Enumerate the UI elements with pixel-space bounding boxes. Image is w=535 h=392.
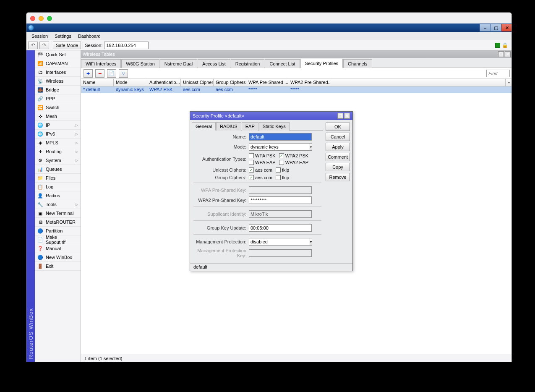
mode-select[interactable] [249,143,310,151]
minimize-dot[interactable] [39,16,44,21]
menu-dashboard[interactable]: Dashboard [75,33,104,39]
checkbox-label: tkip [282,167,289,172]
redo-button[interactable]: ↷ [39,42,49,49]
checkbox-aes-ccm[interactable]: ✓aes ccm [249,167,272,172]
zoom-dot[interactable] [47,16,52,21]
dialog-tab-static-keys[interactable]: Static Keys [259,122,290,131]
tab-channels[interactable]: Channels [343,59,372,68]
copy-button[interactable]: Copy [326,163,350,171]
checkbox-tkip[interactable]: tkip [276,167,289,172]
nav-icon: 👤 [37,193,43,199]
subwindow-restore-icon[interactable]: ❐ [498,51,504,57]
checkbox-icon [249,153,254,158]
sidebar-item-capsman[interactable]: 📶CAPsMAN [35,59,81,68]
sidebar-item-make-supout.rif[interactable]: 📄Make Supout.rif [35,235,81,244]
sidebar-item-ppp[interactable]: 🔗PPP [35,94,81,103]
tab-nstreme-dual[interactable]: Nstreme Dual [160,59,197,68]
sidebar-item-ip[interactable]: 🌐IP▷ [35,121,81,130]
subwindow-close-icon[interactable]: ✕ [505,51,511,57]
dialog-tab-radius[interactable]: RADIUS [216,122,241,131]
sidebar-item-interfaces[interactable]: 🗂Interfaces [35,68,81,77]
remove-button[interactable]: Remove [326,173,350,181]
menu-session[interactable]: Session [28,33,51,39]
tab-connect-list[interactable]: Connect List [265,59,300,68]
sidebar-item-partition[interactable]: 🔵Partition [35,227,81,235]
checkbox-aes-ccm[interactable]: ✓aes ccm [249,175,272,180]
sidebar-item-exit[interactable]: 🚪Exit [35,262,81,271]
name-input[interactable] [249,133,312,141]
checkbox-tkip[interactable]: tkip [276,175,289,180]
checkbox-wpa2-psk[interactable]: ✓WPA2 PSK [279,153,308,158]
session-input[interactable] [104,42,149,49]
sidebar-item-files[interactable]: 📁Files [35,174,81,183]
minimize-button[interactable]: – [480,24,491,31]
tab-access-list[interactable]: Access List [198,59,230,68]
remove-button[interactable]: − [95,69,104,78]
sidebar-item-new-winbox[interactable]: 🔵New WinBox [35,253,81,262]
checkbox-wpa-eap[interactable]: WPA EAP [249,160,276,165]
sidebar-item-mesh[interactable]: ⊹Mesh [35,112,81,121]
group-key-update-input[interactable] [249,224,312,232]
dialog-tab-general[interactable]: General [192,122,216,131]
menu-settings[interactable]: Settings [51,33,75,39]
comment-button[interactable]: Comment [326,153,350,161]
checkbox-wpa-psk[interactable]: WPA PSK [249,153,276,158]
sidebar-item-log[interactable]: 📋Log [35,183,81,191]
column-header[interactable]: Group Ciphers [214,79,246,86]
toolbar-separator [83,42,83,49]
column-header[interactable]: Authenticatio... [147,79,181,86]
sidebar-item-switch[interactable]: 🔀Switch [35,103,81,112]
tab-w60g-station[interactable]: W60G Station [121,59,159,68]
dialog-body: GeneralRADIUSEAPStatic Keys Name: Mode: … [190,120,352,263]
sidebar-item-system[interactable]: ⚙System▷ [35,156,81,165]
dialog-close-icon[interactable]: ✕ [344,113,350,119]
nav-icon: 🌐 [37,122,43,128]
tab-security-profiles[interactable]: Security Profiles [300,59,343,68]
grid-cell: WPA2 PSK [147,86,181,93]
sidebar-item-metarouter[interactable]: 🖥MetaROUTER [35,218,81,227]
cancel-button[interactable]: Cancel [326,133,350,141]
separator [193,183,321,183]
dialog-title-bar[interactable]: Security Profile <default> ❐ ✕ [190,112,352,120]
ok-button[interactable]: OK [326,123,350,131]
dropdown-icon[interactable]: ▾ [310,238,312,246]
sidebar-item-radius[interactable]: 👤Radius [35,191,81,200]
close-dot[interactable] [30,16,35,21]
sidebar-item-ipv6[interactable]: 🌐IPv6▷ [35,130,81,139]
sidebar-item-mpls[interactable]: ◈MPLS▷ [35,139,81,147]
sidebar-item-quick-set[interactable]: 🏁Quick Set [35,50,81,59]
sidebar-item-new-terminal[interactable]: ▣New Terminal [35,209,81,218]
add-button[interactable]: + [84,69,93,78]
grid-row-selected[interactable]: * defaultdynamic keysWPA2 PSKaes ccmaes … [81,86,512,93]
column-menu-icon[interactable]: ▾ [505,79,512,86]
apply-button[interactable]: Apply [326,143,350,151]
sidebar-item-routing[interactable]: ✈Routing▷ [35,147,81,156]
dialog-restore-icon[interactable]: ❐ [337,113,343,119]
checkbox-wpa2-eap[interactable]: WPA2 EAP [279,160,308,165]
tab-registration[interactable]: Registration [231,59,265,68]
safe-mode-button[interactable]: Safe Mode [53,42,81,49]
column-header[interactable]: Mode [114,79,147,86]
column-header[interactable]: WPA2 Pre-Shared... [288,79,330,86]
column-header[interactable]: Unicast Ciphers [181,79,214,86]
sidebar-item-manual[interactable]: ❓Manual [35,244,81,253]
sidebar-item-queues[interactable]: 📊Queues [35,165,81,174]
filter-button[interactable]: ▽ [119,69,128,78]
sidebar-item-tools[interactable]: 🔧Tools▷ [35,200,81,209]
undo-button[interactable]: ↶ [28,42,38,49]
comment-button[interactable]: 📄 [107,69,116,78]
dialog-tab-eap[interactable]: EAP [242,122,258,131]
column-header[interactable]: WPA Pre-Shared ... [246,79,288,86]
toolbar-right: 🔒 [495,42,511,48]
dropdown-icon[interactable]: ▾ [310,143,312,151]
tab-wifi-interfaces[interactable]: WiFi Interfaces [81,59,121,68]
wpa2-psk-input[interactable] [249,196,312,204]
close-button[interactable]: ✕ [501,24,512,31]
sidebar-item-wireless[interactable]: 📡Wireless [35,77,81,86]
find-input[interactable] [486,70,510,77]
maximize-button[interactable]: ▢ [491,24,501,31]
sidebar-item-bridge[interactable]: 🌉Bridge [35,86,81,94]
management-protection-select[interactable] [249,238,310,246]
group-ciphers-label: Group Ciphers: [193,175,249,180]
column-header[interactable]: Name [81,79,114,86]
